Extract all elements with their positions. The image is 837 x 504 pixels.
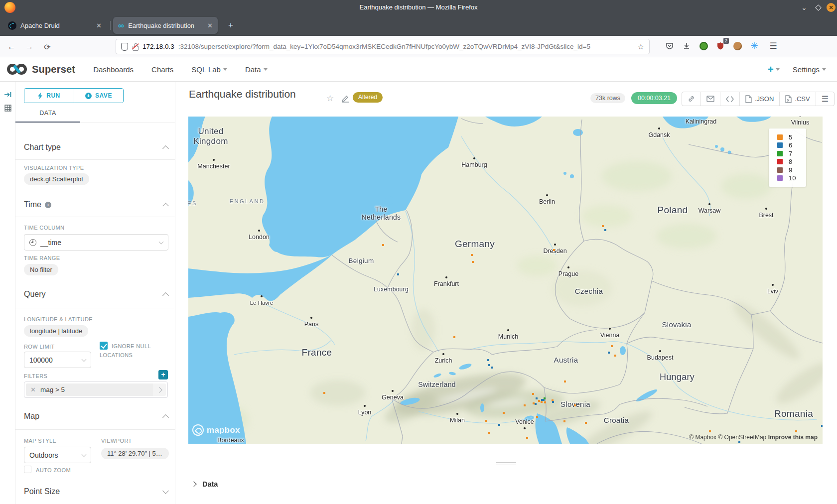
favorite-star-icon[interactable]: ☆ bbox=[326, 93, 334, 104]
earthquake-point[interactable] bbox=[471, 254, 473, 256]
url-bar[interactable]: 172.18.0.3 :32108/superset/explore/?form… bbox=[116, 39, 650, 54]
window-maximize-button[interactable] bbox=[814, 3, 823, 12]
earthquake-point[interactable] bbox=[563, 420, 565, 422]
earthquake-point[interactable] bbox=[738, 441, 740, 443]
map-attribution[interactable]: © Mapbox © OpenStreetMap Improve this ma… bbox=[689, 434, 818, 441]
earthquake-point[interactable] bbox=[795, 430, 797, 432]
browser-tab-apache-druid[interactable]: Apache Druid ✕ bbox=[3, 17, 107, 34]
embed-code-button[interactable] bbox=[720, 92, 739, 106]
earthquake-point[interactable] bbox=[538, 400, 540, 402]
save-button[interactable]: + SAVE bbox=[74, 89, 123, 103]
window-minimize-button[interactable]: ⌄ bbox=[800, 3, 809, 12]
earthquake-point[interactable] bbox=[821, 425, 823, 427]
earthquake-point[interactable] bbox=[382, 244, 384, 246]
earthquake-point[interactable] bbox=[614, 355, 616, 357]
container-extension-icon[interactable]: ✳ bbox=[748, 40, 760, 52]
earthquake-point[interactable] bbox=[526, 437, 528, 439]
improve-map-link[interactable]: Improve this map bbox=[768, 434, 818, 441]
tracking-protection-shield-icon[interactable] bbox=[121, 43, 128, 51]
superset-logo[interactable]: Superset bbox=[6, 62, 75, 76]
time-column-select[interactable]: __time bbox=[24, 234, 168, 251]
section-chart-type[interactable]: Chart type bbox=[24, 143, 168, 152]
downloads-icon[interactable] bbox=[681, 40, 693, 52]
earthquake-point[interactable] bbox=[532, 393, 534, 395]
email-button[interactable] bbox=[700, 92, 720, 106]
browser-tab-earthquake-distribution[interactable]: ∞ Earthquake distribution ✕ bbox=[113, 17, 218, 34]
settings-menu[interactable]: Settings bbox=[793, 65, 826, 74]
earthquake-point[interactable] bbox=[503, 412, 505, 414]
earthquake-point[interactable] bbox=[553, 249, 555, 251]
chart-menu-button[interactable]: ☰ bbox=[816, 92, 834, 106]
earthquake-point[interactable] bbox=[709, 430, 711, 432]
section-map[interactable]: Map bbox=[24, 412, 168, 421]
earthquake-point[interactable] bbox=[604, 229, 606, 231]
earthquake-point[interactable] bbox=[323, 392, 325, 394]
new-tab-button[interactable]: + bbox=[225, 20, 236, 31]
earthquake-point[interactable] bbox=[564, 380, 566, 382]
reload-button[interactable]: ⟳ bbox=[41, 40, 54, 53]
lonlat-value[interactable]: longitude | latitude bbox=[24, 325, 88, 337]
window-close-button[interactable]: ✕ bbox=[827, 3, 836, 12]
mapbox-logo[interactable]: mapbox bbox=[192, 424, 240, 436]
section-query[interactable]: Query bbox=[24, 290, 168, 299]
earthquake-point[interactable] bbox=[485, 420, 487, 422]
viewport-value[interactable]: 11° 28' 29.70" | 50... bbox=[101, 448, 169, 459]
copy-link-button[interactable] bbox=[682, 92, 700, 106]
earthquake-point[interactable] bbox=[487, 359, 489, 361]
earthquake-point[interactable] bbox=[453, 336, 455, 338]
back-button[interactable]: ← bbox=[5, 40, 18, 53]
filter-chip[interactable]: ✕ mag > 5 bbox=[26, 383, 153, 396]
data-results-section[interactable]: Data bbox=[192, 480, 218, 488]
earthquake-point[interactable] bbox=[472, 261, 474, 263]
earthquake-point[interactable] bbox=[397, 273, 399, 275]
nav-item-charts[interactable]: Charts bbox=[151, 65, 173, 74]
add-new-button[interactable]: + bbox=[768, 64, 780, 75]
tab-data[interactable]: DATA bbox=[15, 107, 80, 123]
pocket-icon[interactable] bbox=[664, 40, 676, 52]
expand-dataset-panel-icon[interactable] bbox=[4, 91, 12, 99]
panel-resize-handle[interactable] bbox=[496, 462, 516, 467]
cookie-extension-icon[interactable] bbox=[731, 40, 743, 52]
remove-filter-icon[interactable]: ✕ bbox=[30, 386, 36, 393]
earthquake-point[interactable] bbox=[544, 397, 546, 399]
earthquake-point[interactable] bbox=[535, 403, 537, 405]
earthquake-point[interactable] bbox=[536, 416, 538, 418]
earthquake-point[interactable] bbox=[533, 402, 535, 404]
section-time[interactable]: Time i bbox=[24, 200, 168, 209]
nav-item-dashboards[interactable]: Dashboards bbox=[93, 65, 134, 74]
earthquake-point[interactable] bbox=[611, 345, 613, 347]
bookmark-star-icon[interactable]: ☆ bbox=[638, 42, 644, 51]
ublock-icon[interactable]: 2 bbox=[714, 40, 726, 52]
earthquake-point[interactable] bbox=[544, 401, 546, 403]
run-button[interactable]: RUN bbox=[24, 89, 74, 103]
earthquake-point[interactable] bbox=[488, 364, 490, 366]
nav-item-sql-lab[interactable]: SQL Lab bbox=[191, 65, 227, 74]
earthquake-point[interactable] bbox=[498, 424, 500, 426]
earthquake-point[interactable] bbox=[585, 422, 587, 424]
export-json-button[interactable]: .JSON bbox=[739, 92, 779, 106]
browser-menu-icon[interactable]: ☰ bbox=[767, 40, 779, 52]
auto-zoom-checkbox[interactable] bbox=[24, 466, 31, 473]
earthquake-point[interactable] bbox=[524, 404, 526, 406]
nav-item-data[interactable]: Data bbox=[245, 65, 268, 74]
add-filter-button[interactable]: + bbox=[158, 370, 168, 379]
tab-close-icon[interactable]: ✕ bbox=[207, 22, 213, 29]
viz-type-value[interactable]: deck.gl Scatterplot bbox=[24, 173, 89, 185]
edit-properties-icon[interactable] bbox=[341, 95, 349, 103]
section-point-size[interactable]: Point Size bbox=[24, 487, 168, 496]
privacy-badger-icon[interactable] bbox=[698, 40, 709, 52]
earthquake-point[interactable] bbox=[488, 432, 490, 434]
deckgl-scatterplot-map[interactable]: United KingdomThe NetherlandsBelgiumLuxe… bbox=[188, 117, 823, 444]
earthquake-point[interactable] bbox=[602, 225, 604, 227]
time-range-value[interactable]: No filter bbox=[24, 264, 58, 275]
forward-button[interactable]: → bbox=[23, 40, 36, 53]
earthquake-point[interactable] bbox=[574, 404, 576, 406]
dataset-grid-icon[interactable] bbox=[4, 104, 12, 112]
ign​ore-null-checkbox[interactable] bbox=[100, 342, 108, 350]
insecure-lock-icon[interactable] bbox=[132, 43, 139, 50]
earthquake-point[interactable] bbox=[552, 401, 554, 403]
filter-expand-button[interactable] bbox=[153, 383, 166, 396]
tab-close-icon[interactable]: ✕ bbox=[96, 22, 102, 29]
earthquake-point[interactable] bbox=[541, 401, 543, 403]
map-style-select[interactable]: Outdoors bbox=[24, 447, 91, 463]
